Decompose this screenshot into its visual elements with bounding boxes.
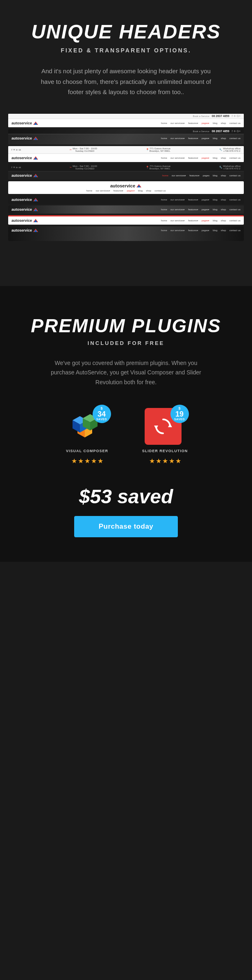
menu-pages-8: pages [202,219,209,222]
menu-blog-3: blog [213,157,217,159]
menu-7: home our services features pages blog sh… [161,208,241,211]
scissors-icon: ✂ [70,148,72,151]
header-preview-9: autoservice home our services features p… [8,226,244,241]
menu-services-6: our services [170,198,185,201]
menu-pages-6: pages [202,198,209,201]
menu-shop-9: shop [221,229,226,232]
location-icon-4: 📍 [146,166,149,169]
logo-1: autoservice [11,121,39,125]
menu-pages-4: pages [203,174,209,177]
hours-info-4: ✂ Mon - Sat 7:00 - 19:00Sunday CLOSED [70,165,97,170]
nav-9: autoservice home our services features p… [8,226,244,234]
menu-4: home our services features pages blog sh… [162,174,241,177]
social-vk: vk [18,149,21,151]
menu-9: home our services features pages blog sh… [161,229,241,232]
book-service-link: Book a Service [193,115,209,117]
menu-contact-4: contact us [229,174,241,177]
menu-home: home [161,122,167,124]
menu-pages-9: pages [202,229,209,232]
social-vk-4: vk [18,166,21,169]
vc-saved-label: SAVED [96,418,107,421]
plugin-card-sr: $ 19 SAVED SLIDER REVOLUTION ★ ★ ★ ★ ★ [134,408,196,465]
menu-5: home our services features pages blog sh… [86,189,166,192]
menu-services-5: our services [95,189,110,192]
menu-features: features [188,122,198,124]
total-saved: $53 saved [8,485,244,508]
address-text: 771 Gators AvenueBrooklyn, NY 8661. [150,147,171,152]
top-bar-2: Book a Service 08 2637 4859 f ✈ G+ [8,129,244,134]
menu-home-6: home [161,198,167,201]
menu-contact-3: contact us [229,157,241,159]
menu-contact-2: contact us [229,137,241,140]
menu-contact-6: contact us [229,198,241,201]
menu-3: home our services features pages blog sh… [161,157,241,159]
menu-features-4: features [189,174,200,177]
top-bar-1: Book a Service 08 2637 4859 f ✈ G+ [8,114,244,119]
menu-contact-9: contact us [229,229,241,232]
menu-blog-8: blog [213,219,217,222]
menu-services-3: our services [170,157,185,159]
menu-services-7: our services [170,208,185,211]
address-text-4: 771 Gators AvenueBrooklyn, NY 8661. [150,165,171,170]
menu-shop-8: shop [221,219,226,222]
nav-8: autoservice home our services features p… [8,216,244,225]
plugin-card-vc: $ 34 SAVED VISUAL COMPOSER ★ ★ ★ ★ ★ [57,408,118,465]
nav-6: autoservice home our services features p… [8,196,244,204]
info-bar-4: f ✈ in vk ✂ Mon - Sat 7:00 - 19:00Sunday… [8,164,244,171]
menu-home-2: home [161,137,167,140]
menu-contact-7: contact us [229,208,241,211]
logo-icon-2 [33,136,39,140]
header-preview-4: f ✈ in vk ✂ Mon - Sat 7:00 - 19:00Sunday… [8,164,244,180]
menu-features-2: features [188,137,198,140]
logo-2: autoservice [11,136,39,140]
sr-star-5: ★ [175,457,181,465]
vc-icon-wrap: $ 34 SAVED [67,408,108,445]
logo-icon-3 [33,156,39,160]
menu-features-3: features [188,157,198,159]
vc-savings-amount: 34 [98,410,106,418]
menu-8: home our services features pages blog sh… [161,219,241,222]
header-preview-8: autoservice home our services features p… [8,215,244,225]
menu-features-5: features [114,189,124,192]
social-f: f [11,149,12,151]
social-icons: f ✈ G+ [232,115,241,118]
vc-stars: ★ ★ ★ ★ ★ [71,457,103,465]
menu-pages-7: pages [202,208,209,211]
menu-shop: shop [221,122,226,124]
vc-plugin-name: VISUAL COMPOSER [66,449,108,453]
menu-contact-5: contact us [154,189,166,192]
workshop-info: 🔧 Workshop office+736 876 473 2 [219,147,241,152]
nav-3: autoservice home our services features p… [8,154,244,162]
plugins-subtitle: INCLUDED FOR FREE [8,340,244,346]
menu-contact-8: contact us [229,219,241,222]
address-info-4: 📍 771 Gators AvenueBrooklyn, NY 8661. [146,165,171,170]
menu-services-2: our services [170,137,185,140]
menu-1: home our services features pages blog sh… [161,122,241,124]
sr-icon-wrap: $ 19 SAVED [145,408,186,445]
vc-star-4: ★ [91,457,97,465]
purchase-button[interactable]: Purchase today [74,516,178,537]
social-links-4: f ✈ in vk [11,166,21,169]
sr-saved-label: SAVED [174,418,185,421]
menu-blog-2: blog [213,137,217,140]
svg-marker-28 [154,426,158,429]
social-in-4: in [16,166,18,169]
workshop-icon: 🔧 [219,148,222,151]
section-description: And it's not just plenty of awesome look… [40,66,212,97]
menu-features-9: features [188,229,198,232]
menu-6: home our services features pages blog sh… [161,198,241,201]
header-preview-5: autoservice home our services features p… [8,181,244,194]
menu-shop-4: shop [221,174,226,177]
social-f-4: f [11,166,12,169]
workshop-icon-4: 🔧 [219,166,222,169]
logo-icon-8 [33,219,39,223]
logo-icon-6 [33,198,39,202]
menu-pages: pages [202,122,209,124]
nav-4: autoservice home our services features p… [8,171,244,180]
social-in: in [16,149,18,151]
phone-number: 08 2637 4859 [212,115,229,117]
menu-services-8: our services [170,219,185,222]
menu-shop-7: shop [221,208,226,211]
workshop-text: Workshop office+736 876 473 2 [223,147,241,152]
nav-2: autoservice home our services features p… [8,134,244,142]
